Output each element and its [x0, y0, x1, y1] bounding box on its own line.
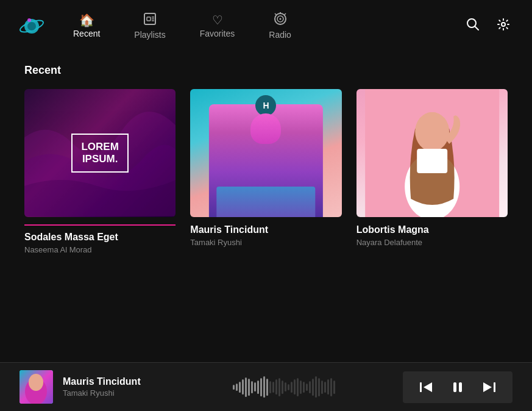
now-playing-thumbnail: [20, 370, 53, 404]
svg-rect-26: [453, 382, 456, 392]
card-progress-bar: [24, 224, 176, 226]
card-mauris[interactable]: H Mauris Tincidunt Tamaki Ryushi: [190, 89, 341, 254]
search-button[interactable]: [464, 15, 482, 37]
logo: [20, 13, 44, 40]
nav-label-favorites: Favorites: [200, 29, 235, 38]
header-actions: [464, 15, 512, 37]
card-image-mauris: H: [190, 89, 341, 217]
radio-icon: [274, 12, 287, 27]
header: 🏠 Recent Playlists ♡ Favorites: [0, 0, 532, 52]
nav-item-radio[interactable]: Radio: [264, 10, 296, 42]
svg-rect-20: [417, 149, 447, 173]
main-content: Recent LOREM IPSUM.: [0, 52, 532, 362]
pause-button[interactable]: [449, 379, 466, 396]
svg-rect-27: [459, 382, 462, 392]
section-title: Recent: [24, 64, 508, 77]
svg-rect-25: [420, 382, 422, 392]
now-playing-title: Mauris Tincidunt: [63, 376, 221, 387]
card-subtitle-mauris: Tamaki Ryushi: [190, 238, 341, 247]
nav-label-recent: Recent: [73, 29, 100, 38]
card-title-lobortis: Lobortis Magna: [356, 224, 508, 235]
now-playing-artist: Tamaki Ryushi: [63, 388, 221, 398]
nav-item-playlists[interactable]: Playlists: [129, 10, 170, 42]
nav-label-radio: Radio: [269, 30, 291, 40]
svg-rect-5: [147, 17, 151, 21]
playlists-icon: [143, 12, 157, 27]
nav-item-favorites[interactable]: ♡ Favorites: [195, 12, 240, 41]
svg-point-11: [279, 18, 281, 20]
now-playing-info: Mauris Tincidunt Tamaki Ryushi: [63, 376, 221, 398]
playback-controls: [403, 371, 512, 403]
svg-point-24: [29, 374, 43, 391]
nav: 🏠 Recent Playlists ♡ Favorites: [68, 10, 439, 42]
card-title-mauris: Mauris Tincidunt: [190, 224, 341, 235]
now-playing-bar: Mauris Tincidunt Tamaki Ryushi: [0, 362, 532, 411]
settings-button[interactable]: [494, 15, 512, 37]
svg-rect-28: [494, 382, 495, 392]
svg-line-14: [475, 26, 478, 30]
card-image-sodales: LOREM IPSUM.: [24, 89, 176, 217]
svg-point-3: [27, 18, 31, 22]
next-button[interactable]: [481, 379, 498, 396]
home-icon: 🏠: [79, 14, 94, 26]
card-lobortis[interactable]: Lobortis Magna Nayara Delafuente: [356, 89, 508, 254]
card-sodales[interactable]: LOREM IPSUM. Sodales Massa Eget Naseema …: [24, 89, 176, 254]
svg-point-15: [502, 23, 505, 26]
card-lorem-line2: IPSUM.: [81, 153, 118, 165]
cards-row: LOREM IPSUM. Sodales Massa Eget Naseema …: [24, 89, 508, 254]
nav-label-playlists: Playlists: [134, 30, 165, 40]
waveform-visualization: [233, 375, 391, 399]
prev-button[interactable]: [417, 379, 434, 396]
svg-point-2: [27, 22, 36, 30]
heart-icon: ♡: [212, 14, 223, 26]
card-lorem-line1: LOREM: [81, 141, 118, 153]
svg-point-19: [415, 112, 449, 151]
card-title-sodales: Sodales Massa Eget: [24, 232, 176, 243]
nav-item-recent[interactable]: 🏠 Recent: [68, 12, 105, 41]
card-image-lobortis: [356, 89, 508, 217]
card-subtitle-lobortis: Nayara Delafuente: [356, 238, 508, 247]
card-subtitle-sodales: Naseema Al Morad: [24, 245, 176, 254]
